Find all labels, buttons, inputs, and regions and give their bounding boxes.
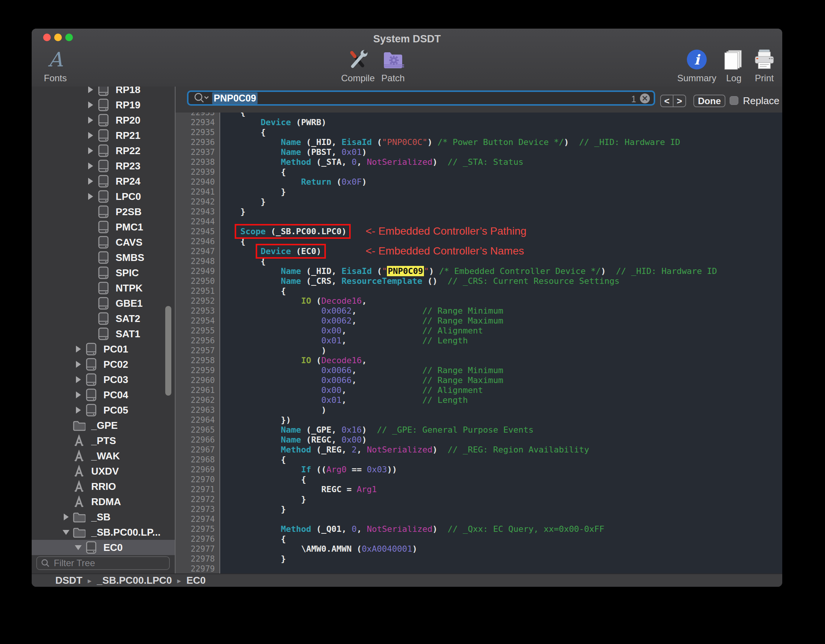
code-line[interactable]: 22954 0x0062, // Range Maximum: [176, 316, 782, 326]
code-line[interactable]: 22940 Return (0x0F): [176, 177, 782, 187]
code-line[interactable]: 22934 Device (PWRB): [176, 118, 782, 127]
code-line[interactable]: 22973 }: [176, 504, 782, 514]
tree-item-rdma[interactable]: RDMA: [32, 494, 175, 509]
disclosure-collapsed-icon[interactable]: [85, 163, 96, 169]
filter-tree-input[interactable]: Filter Tree: [36, 556, 170, 570]
tree-item-rp18[interactable]: RP18: [32, 87, 175, 97]
tree-item-rrio[interactable]: RRIO: [32, 479, 175, 494]
tree-item-rp21[interactable]: RP21: [32, 128, 175, 143]
code-line[interactable]: 22974: [176, 514, 782, 524]
code-line[interactable]: 22933 {: [176, 113, 782, 118]
tree-item--pts[interactable]: _PTS: [32, 433, 175, 448]
code-line[interactable]: 22964 }): [176, 415, 782, 425]
code-line[interactable]: 22942 }: [176, 197, 782, 207]
code-line[interactable]: 22952 IO (Decode16,: [176, 296, 782, 306]
code-line[interactable]: 22958 IO (Decode16,: [176, 356, 782, 365]
replace-checkbox[interactable]: [730, 96, 738, 105]
disclosure-collapsed-icon[interactable]: [85, 101, 96, 108]
find-next-button[interactable]: >: [674, 95, 685, 106]
disclosure-collapsed-icon[interactable]: [85, 147, 96, 154]
tree-item-ntpk[interactable]: NTPK: [32, 280, 175, 296]
code-line[interactable]: 22938 Method (_STA, 0, NotSerialized) //…: [176, 157, 782, 167]
disclosure-collapsed-icon[interactable]: [73, 346, 84, 353]
disclosure-collapsed-icon[interactable]: [85, 178, 96, 185]
disclosure-expanded-icon[interactable]: [73, 545, 84, 550]
code-line[interactable]: 22971 REGC = Arg1: [176, 485, 782, 494]
code-line[interactable]: 22951 {: [176, 286, 782, 296]
code-line[interactable]: 22972 }: [176, 494, 782, 504]
code-line[interactable]: 22949 Name (_HID, EisaId ("PNP0C09") /* …: [176, 266, 782, 276]
breadcrumb-item[interactable]: DSDT: [55, 575, 82, 586]
tree-item-spic[interactable]: SPIC: [32, 265, 175, 280]
tree-item--sb[interactable]: _SB: [32, 509, 175, 525]
breadcrumb-item[interactable]: _SB.PC00.LPC0: [97, 575, 172, 586]
tree-item-gbe1[interactable]: GBE1: [32, 296, 175, 311]
print-button[interactable]: Print: [741, 48, 782, 84]
disclosure-collapsed-icon[interactable]: [85, 132, 96, 139]
disclosure-collapsed-icon[interactable]: [85, 193, 96, 200]
tree-item-uxdv[interactable]: UXDV: [32, 464, 175, 479]
code-line[interactable]: 22941 }: [176, 187, 782, 197]
search-input[interactable]: PNP0C09 1 ✕: [187, 90, 655, 106]
code-line[interactable]: 22956 0x01, // Length: [176, 336, 782, 346]
code-line[interactable]: 22966 Name (REGC, 0x00): [176, 435, 782, 445]
patch-button[interactable]: Patch: [370, 48, 416, 84]
code-line[interactable]: 22967 Method (_REG, 2, NotSerialized) //…: [176, 445, 782, 455]
breadcrumb-item[interactable]: EC0: [186, 575, 206, 586]
code-line[interactable]: 22937 Name (PBST, 0x01): [176, 147, 782, 157]
tree-item-p2sb[interactable]: P2SB: [32, 204, 175, 219]
disclosure-collapsed-icon[interactable]: [85, 87, 96, 93]
tree-item-ec0[interactable]: EC0: [32, 540, 175, 555]
code-line[interactable]: 22953 0x0062, // Range Minimum: [176, 306, 782, 316]
code-line[interactable]: 22959 0x0066, // Range Minimum: [176, 365, 782, 375]
code-line[interactable]: 22939 {: [176, 167, 782, 177]
tree-item-pc01[interactable]: PC01: [32, 341, 175, 357]
tree-item-pc02[interactable]: PC02: [32, 357, 175, 372]
disclosure-collapsed-icon[interactable]: [85, 117, 96, 124]
tree-item-rp19[interactable]: RP19: [32, 97, 175, 113]
tree-item-rp23[interactable]: RP23: [32, 158, 175, 174]
disclosure-collapsed-icon[interactable]: [73, 361, 84, 368]
disclosure-expanded-icon[interactable]: [61, 530, 71, 535]
disclosure-collapsed-icon[interactable]: [73, 391, 84, 398]
code-line[interactable]: 22962 0x01, // Length: [176, 395, 782, 405]
tree-item-rp22[interactable]: RP22: [32, 143, 175, 158]
done-button[interactable]: Done: [693, 95, 725, 107]
code-line[interactable]: 22955 0x00, // Alignment: [176, 326, 782, 336]
code-line[interactable]: 22970 {: [176, 475, 782, 485]
code-line[interactable]: 22963 ): [176, 405, 782, 415]
code-line[interactable]: 22979: [176, 564, 782, 573]
code-line[interactable]: 22975 Method (_Q01, 0, NotSerialized) //…: [176, 524, 782, 534]
code-line[interactable]: 22936 Name (_HID, EisaId ("PNP0C0C") /* …: [176, 137, 782, 147]
code-line[interactable]: 22976 {: [176, 534, 782, 544]
tree-item-sat1[interactable]: SAT1: [32, 326, 175, 341]
code-line[interactable]: 22961 0x00, // Alignment: [176, 385, 782, 395]
tree-item-pc05[interactable]: PC05: [32, 402, 175, 418]
code-line[interactable]: 22943 }: [176, 207, 782, 217]
code-line[interactable]: 22969 If ((Arg0 == 0x03)): [176, 465, 782, 475]
tree-item-sat2[interactable]: SAT2: [32, 311, 175, 326]
tree-item-pc04[interactable]: PC04: [32, 387, 175, 402]
find-previous-button[interactable]: <: [661, 95, 674, 106]
tree-item-cavs[interactable]: CAVS: [32, 235, 175, 250]
fonts-button[interactable]: A Fonts: [32, 48, 78, 84]
code-line[interactable]: 22978 }: [176, 554, 782, 564]
tree-item--wak[interactable]: _WAK: [32, 448, 175, 464]
disclosure-collapsed-icon[interactable]: [73, 407, 84, 414]
tree-item--sb-pc00-lp-[interactable]: _SB.PC00.LP...: [32, 525, 175, 540]
tree-item-pmc1[interactable]: PMC1: [32, 219, 175, 235]
clear-search-icon[interactable]: ✕: [640, 93, 650, 103]
code-line[interactable]: 22960 0x0066, // Range Maximum: [176, 375, 782, 385]
code-line[interactable]: 22957 ): [176, 346, 782, 356]
sidebar-scrollbar[interactable]: [165, 306, 171, 396]
tree-item-lpc0[interactable]: LPC0: [32, 189, 175, 204]
disclosure-collapsed-icon[interactable]: [61, 514, 71, 520]
tree-item-rp24[interactable]: RP24: [32, 174, 175, 189]
tree-item-smbs[interactable]: SMBS: [32, 250, 175, 265]
tree-item-rp20[interactable]: RP20: [32, 113, 175, 128]
disclosure-collapsed-icon[interactable]: [73, 376, 84, 383]
code-editor[interactable]: 22933 {22934 Device (PWRB)22935 {22936 N…: [176, 113, 782, 573]
code-line[interactable]: 22965 Name (_GPE, 0x16) // _GPE: General…: [176, 425, 782, 435]
code-line[interactable]: 22977 \AMW0.AMWN (0xA0040001): [176, 544, 782, 554]
code-line[interactable]: 22935 {: [176, 127, 782, 137]
